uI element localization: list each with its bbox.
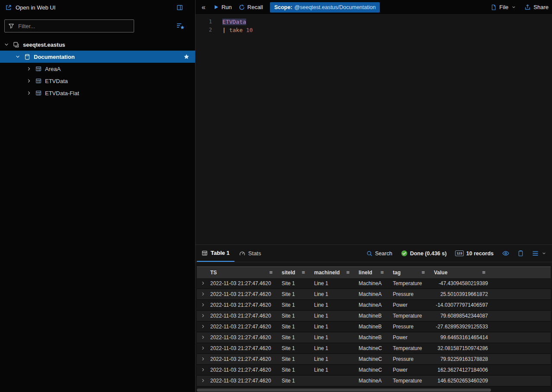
column-header-ts[interactable]: TS≡ [209,267,280,278]
tree-item-database-selected[interactable]: Documentation [0,51,195,63]
cell-tag: Temperature [392,376,433,386]
row-expand-icon[interactable] [201,314,205,318]
cell-value: 79.92259163178828 [433,354,493,365]
cell-value: 25.50103919661872 [433,289,493,300]
scrollbar-thumb[interactable] [197,389,491,392]
row-expand-cell [197,311,209,321]
column-menu-icon[interactable]: ≡ [269,269,273,276]
table-row[interactable]: 2022-11-03 21:27:47.4620 Site 1 Line 1 M… [197,343,551,354]
table-icon [35,66,42,72]
file-icon [491,4,497,10]
column-menu-icon[interactable]: ≡ [421,269,425,276]
tree-item-label: ETVData [45,78,68,84]
app-root: Open in Web UI [0,0,552,392]
row-expand-icon[interactable] [201,368,205,372]
cell-lineid: MachineB [357,332,392,343]
gauge-icon [239,251,245,257]
tab-stats[interactable]: Stats [234,245,266,262]
table-icon [35,78,42,84]
row-expand-icon[interactable] [201,281,205,285]
cell-tag: Pressure [392,354,433,365]
chevron-down-icon[interactable] [4,42,10,47]
open-in-web-ui-button[interactable]: Open in Web UI [16,4,55,11]
preview-eye-button[interactable] [502,251,509,256]
table-row[interactable]: 2022-11-03 21:27:47.4620 Site 1 Line 1 M… [197,289,551,300]
funnel-icon [8,23,14,29]
run-button[interactable]: Run [213,4,232,10]
results-table: TS≡siteId≡machineId≡lineId≡tag≡Value≡ 20… [197,267,551,386]
table-row[interactable]: 2022-11-03 21:27:47.4620 Site 1 MachineA… [197,376,551,386]
tree-item-table[interactable]: ETVData [0,75,195,87]
chevron-down-icon[interactable] [16,55,21,59]
tree-item-table[interactable]: AreaA [0,63,195,75]
recall-button[interactable]: Recall [239,4,263,10]
copy-clipboard-button[interactable] [518,250,523,257]
tree-item-table[interactable]: ETVData-Flat [0,87,195,99]
connection-sidebar: Open in Web UI [0,0,196,392]
column-header-machineid[interactable]: machineId≡ [313,267,357,278]
table-row[interactable]: 2022-11-03 21:27:47.4620 Site 1 Line 1 M… [197,321,551,332]
row-expand-icon[interactable] [201,379,205,382]
chevron-right-icon[interactable] [27,79,32,83]
table-row[interactable]: 2022-11-03 21:27:47.4620 Site 1 Line 1 M… [197,278,551,289]
table-row[interactable]: 2022-11-03 21:27:47.4620 Site 1 Line 1 M… [197,300,551,311]
column-header-lineid[interactable]: lineId≡ [357,267,392,278]
row-expand-cell [197,354,209,365]
view-options-button[interactable] [532,251,546,256]
column-menu-icon[interactable]: ≡ [380,269,384,276]
table-row[interactable]: 2022-11-03 21:27:47.4620 Site 1 Line 1 M… [197,332,551,343]
row-expand-icon[interactable] [201,346,205,350]
table-row[interactable]: 2022-11-03 21:27:47.4620 Site 1 Line 1 M… [197,354,551,365]
favorites-filter-icon[interactable] [176,22,185,30]
token-keyword: take [229,27,246,33]
column-label: Value [434,270,447,276]
row-expand-icon[interactable] [201,292,205,296]
file-menu-button[interactable]: File [491,4,516,10]
row-expand-icon[interactable] [201,335,205,339]
column-menu-icon[interactable]: ≡ [482,269,485,276]
chevron-right-icon[interactable] [27,91,32,95]
tab-table-1[interactable]: Table 1 [197,245,234,262]
query-editor[interactable]: 1 ETVData 2 | take 10 [196,15,552,244]
filter-input[interactable] [17,22,130,30]
column-menu-icon[interactable]: ≡ [346,269,350,276]
row-expand-cell [197,365,209,376]
table-row[interactable]: 2022-11-03 21:27:47.4620 Site 1 Line 1 M… [197,311,551,321]
column-header-siteid[interactable]: siteId≡ [280,267,313,278]
database-label: Documentation [34,54,75,60]
column-header-value[interactable]: Value≡ [433,267,493,278]
cluster-icon [13,42,19,48]
search-button[interactable]: Search [366,251,392,257]
split-panel-icon[interactable] [177,4,183,11]
row-expand-icon[interactable] [201,303,205,307]
table-row[interactable]: 2022-11-03 21:27:47.4620 Site 1 Line 1 M… [197,365,551,376]
row-expand-icon[interactable] [201,325,205,328]
cell-lineid: MachineA [357,300,392,311]
expand-column-header [197,267,209,278]
chevron-right-icon[interactable] [27,67,32,71]
row-expand-icon[interactable] [201,357,205,361]
scope-selector[interactable]: Scope: @seeqtest.eastus/Documentation [270,2,380,13]
column-menu-icon[interactable]: ≡ [302,269,305,276]
main-area: « Run Recall Scope: @seeqtest.eastus/Doc… [196,0,552,392]
share-button[interactable]: Share [524,4,549,10]
cell-machineid: Line 1 [313,354,357,365]
favorite-star-icon[interactable] [183,54,189,60]
row-filler [493,321,551,332]
cell-machineid: Line 1 [313,311,357,321]
cell-tag: Power [392,332,433,343]
connection-tree: seeqtest.eastus Documentation Area [0,37,195,99]
table-icon [202,250,208,256]
cell-lineid: MachineC [357,365,392,376]
column-header-tag[interactable]: tag≡ [392,267,433,278]
tree-item-cluster[interactable]: seeqtest.eastus [0,39,195,51]
row-expand-cell [197,289,209,300]
cell-machineid: Line 1 [313,332,357,343]
row-filler [493,311,551,321]
cell-value: -14.030777971406597 [433,300,493,311]
cell-siteid: Site 1 [280,376,313,386]
cell-siteid: Site 1 [280,354,313,365]
collapse-panel-button[interactable]: « [202,4,205,11]
cell-ts: 2022-11-03 21:27:47.4620 [209,365,280,376]
check-circle-icon [401,250,408,257]
